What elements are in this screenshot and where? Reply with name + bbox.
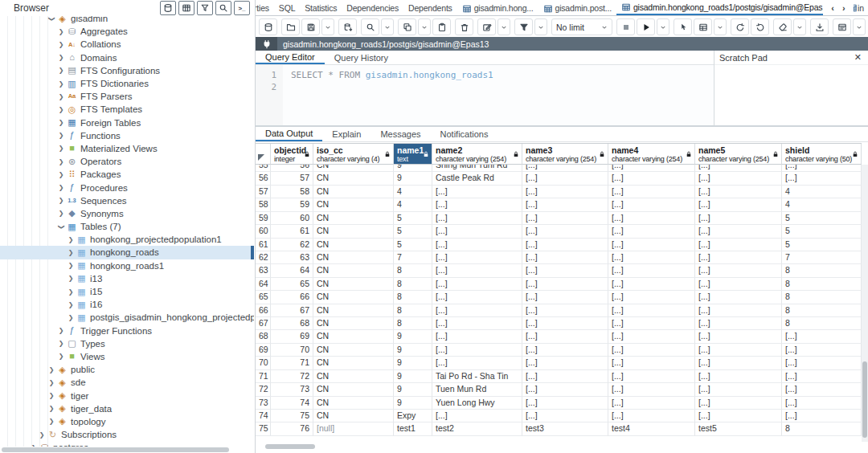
- table-cell[interactable]: [...]: [695, 239, 782, 251]
- table-cell[interactable]: [...]: [432, 251, 522, 264]
- delete-button[interactable]: [455, 18, 473, 35]
- grid-select-all-corner[interactable]: [256, 144, 271, 165]
- table-cell[interactable]: 9: [394, 172, 432, 185]
- chevron-collapsed-icon[interactable]: ❯: [56, 327, 66, 334]
- table-cell[interactable]: [...]: [432, 410, 522, 422]
- table-cell[interactable]: [...]: [522, 304, 608, 317]
- table-cell[interactable]: Tai Po Rd - Sha Tin: [432, 370, 522, 383]
- table-cell[interactable]: [...]: [782, 383, 862, 396]
- chevron-collapsed-icon[interactable]: ❯: [56, 210, 66, 217]
- edit-button[interactable]: [477, 18, 496, 35]
- table-cell[interactable]: CN: [313, 264, 394, 277]
- table-cell[interactable]: [...]: [695, 357, 782, 369]
- column-header-name4[interactable]: name4character varying (254): [608, 144, 695, 165]
- table-cell[interactable]: 72: [271, 370, 313, 383]
- table-cell[interactable]: 4: [394, 186, 432, 198]
- table-cell[interactable]: CN: [313, 344, 394, 357]
- tab-notifications[interactable]: Notifications: [431, 127, 498, 141]
- table-cell[interactable]: [...]: [608, 330, 695, 343]
- explain-analyze-button[interactable]: [694, 18, 712, 35]
- table-cell[interactable]: 74: [271, 397, 313, 410]
- table-cell[interactable]: [...]: [432, 344, 522, 357]
- copy-dropdown-button[interactable]: [418, 18, 431, 35]
- table-cell[interactable]: 5: [782, 225, 862, 238]
- table-cell[interactable]: [...]: [695, 212, 782, 225]
- save-button[interactable]: [301, 18, 320, 35]
- tab-properties[interactable]: Properties: [256, 0, 274, 15]
- grid-vertical-scrollbar[interactable]: [862, 165, 868, 442]
- tab-gisadmin-hong[interactable]: gisadmin.hong...: [457, 0, 538, 15]
- table-cell[interactable]: [...]: [522, 317, 608, 330]
- tree-item-domains[interactable]: ❯⌂Domains: [0, 51, 254, 64]
- table-cell[interactable]: 8: [394, 304, 432, 317]
- tab-messages[interactable]: Messages: [371, 127, 430, 141]
- tree-item-sde[interactable]: ❯◈sde: [0, 376, 254, 389]
- table-cell[interactable]: [...]: [522, 225, 608, 238]
- table-cell[interactable]: 8: [394, 264, 432, 277]
- table-cell[interactable]: 8: [394, 317, 432, 330]
- tree-item-procedures[interactable]: ❯ƒProcedures: [0, 181, 254, 194]
- table-cell[interactable]: [...]: [695, 397, 782, 410]
- column-header-shield[interactable]: shieldcharacter varying (50): [782, 144, 862, 165]
- chevron-collapsed-icon[interactable]: ❯: [56, 28, 66, 35]
- table-cell[interactable]: 58: [271, 186, 313, 198]
- row-number-cell[interactable]: 68: [256, 330, 271, 343]
- table-cell[interactable]: [...]: [608, 397, 695, 410]
- row-number-cell[interactable]: 57: [256, 186, 271, 198]
- table-cell[interactable]: 62: [271, 239, 313, 251]
- table-cell[interactable]: [...]: [522, 212, 608, 225]
- table-cell[interactable]: 59: [271, 198, 313, 211]
- table-cell[interactable]: [...]: [695, 410, 782, 422]
- table-cell[interactable]: [...]: [695, 304, 782, 317]
- table-cell[interactable]: [...]: [432, 264, 522, 277]
- chevron-collapsed-icon[interactable]: ❯: [56, 340, 66, 347]
- macros-button[interactable]: [833, 18, 851, 35]
- tab-scroll-right-icon[interactable]: ›: [842, 3, 845, 13]
- tree-item-subscriptions[interactable]: ❯↻Subscriptions: [0, 428, 254, 441]
- table-cell[interactable]: 4: [782, 186, 862, 198]
- table-cell[interactable]: 7: [394, 251, 432, 264]
- table-cell[interactable]: [...]: [608, 291, 695, 304]
- row-number-cell[interactable]: 67: [256, 317, 271, 330]
- table-cell[interactable]: 9: [394, 357, 432, 369]
- table-cell[interactable]: CN: [313, 291, 394, 304]
- overflow-tab[interactable]: in: [854, 0, 868, 15]
- explain-button[interactable]: [674, 18, 692, 35]
- table-cell[interactable]: [...]: [608, 251, 695, 264]
- table-cell[interactable]: [...]: [432, 330, 522, 343]
- find-dropdown-button[interactable]: [381, 18, 394, 35]
- table-cell[interactable]: 9: [394, 397, 432, 410]
- save-data-changes-button[interactable]: [338, 18, 357, 35]
- table-cell[interactable]: [...]: [432, 239, 522, 251]
- table-cell[interactable]: Yuen Long Hwy: [432, 397, 522, 410]
- table-cell[interactable]: 63: [271, 251, 313, 264]
- tree-item-operators[interactable]: ❯⊛Operators: [0, 155, 254, 168]
- table-cell[interactable]: [...]: [522, 165, 608, 172]
- column-header-name2[interactable]: name2character varying (254): [432, 144, 522, 165]
- query-tool-button[interactable]: [160, 1, 176, 15]
- table-cell[interactable]: test2: [432, 422, 522, 435]
- table-cell[interactable]: test4: [608, 422, 695, 435]
- table-cell[interactable]: CN: [313, 186, 394, 198]
- chevron-collapsed-icon[interactable]: ❯: [47, 405, 56, 412]
- column-header-iso_cc[interactable]: iso_cccharacter varying (4): [313, 144, 394, 165]
- copy-button[interactable]: [398, 18, 416, 35]
- tree-item-types[interactable]: ❯▢Types: [0, 337, 254, 350]
- column-header-name5[interactable]: name5character varying (254): [695, 144, 782, 165]
- row-number-cell[interactable]: 69: [256, 344, 271, 357]
- table-cell[interactable]: 8: [782, 291, 862, 304]
- scratch-pad-close-icon[interactable]: ✕: [854, 52, 862, 63]
- tree-item-postgis-gisadmin-hongkong-projectedpopulation1[interactable]: ❯▦postgis_gisadmin_hongkong_projectedpop…: [0, 311, 254, 324]
- table-cell[interactable]: [...]: [432, 291, 522, 304]
- row-number-cell[interactable]: 75: [256, 422, 271, 435]
- table-cell[interactable]: [...]: [432, 304, 522, 317]
- tab-explain[interactable]: Explain: [322, 127, 371, 141]
- execute-button[interactable]: [637, 18, 655, 35]
- table-cell[interactable]: 66: [271, 291, 313, 304]
- table-cell[interactable]: test1: [394, 422, 432, 435]
- table-cell[interactable]: [...]: [695, 330, 782, 343]
- table-cell[interactable]: [...]: [522, 239, 608, 251]
- table-cell[interactable]: 5: [782, 212, 862, 225]
- table-cell[interactable]: [...]: [782, 410, 862, 422]
- chevron-collapsed-icon[interactable]: ❯: [37, 431, 47, 439]
